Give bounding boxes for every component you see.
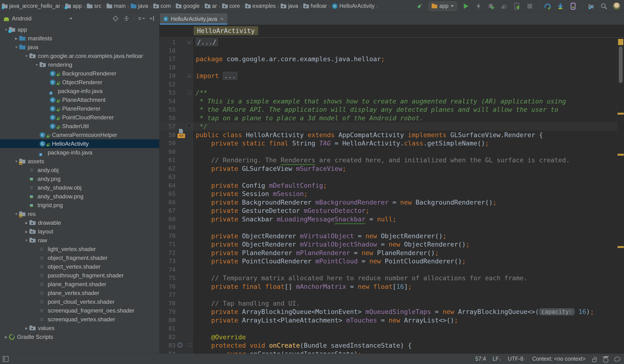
breadcrumb-item-com[interactable]: com [153,3,171,9]
tree-item-com-google-ar-core-examples-java-helloar[interactable]: ▼com.google.ar.core.examples.java.helloa… [0,52,159,60]
line-number[interactable]: 76 [159,283,176,290]
line-number[interactable]: 84 [159,350,176,354]
collapse-all-icon[interactable] [123,15,130,22]
override-method-icon[interactable]: ↑ [178,343,182,347]
fold-marker-icon[interactable] [187,125,191,128]
tree-arrow-icon[interactable]: ▼ [24,238,29,242]
tree-item-andy-obj[interactable]: andy.obj [0,166,159,174]
tree-arrow-icon[interactable]: ▼ [14,45,19,49]
line-number[interactable]: 52 [159,81,176,88]
tree-item-light-vertex-shader[interactable]: light_vertex.shader [0,245,159,253]
apply-changes-icon[interactable] [474,2,483,10]
line-number[interactable]: 18 [159,64,176,71]
tree-item-pointcloudrenderer[interactable]: CPointCloudRenderer [0,113,159,122]
line-number[interactable]: 64 [159,182,176,189]
tree-arrow-icon[interactable]: ▶ [24,221,29,225]
tree-item-andy-shadow-obj[interactable]: andy_shadow.obj [0,183,159,192]
line-number[interactable]: 17 [159,55,176,62]
tree-item-camerapermissionhelper[interactable]: CCameraPermissionHelper [0,130,159,139]
tree-item-plane-fragment-shader[interactable]: plane_fragment.shader [0,280,159,288]
code-editor[interactable]: 1+/.../1617package com.google.ar.core.ex… [159,37,617,354]
line-number[interactable]: 16 [159,47,176,54]
breadcrumb-item-main[interactable]: main [106,3,126,9]
toolwindow-toggle-icon[interactable] [3,356,8,362]
tree-item-screenquad-vertex-shader[interactable]: screenquad_vertex.shader [0,315,159,324]
breadcrumb-item-java[interactable]: java [281,3,298,9]
breadcrumb-item-ar[interactable]: ar [205,3,217,9]
line-number[interactable]: 53 [159,89,176,96]
tree-item-plane-vertex-shader[interactable]: plane_vertex.shader [0,288,159,297]
profiler-icon[interactable] [500,2,508,10]
tree-arrow-icon[interactable]: ▼ [24,54,29,58]
line-number[interactable]: 83 [159,342,176,349]
tree-arrow-icon[interactable]: ▼ [34,63,40,67]
tree-item-point-cloud-vertex-shader[interactable]: point_cloud_vertex.shader [0,297,159,306]
line-number[interactable]: 74 [159,266,176,273]
tree-item-andy-shadow-png[interactable]: andy_shadow.png [0,192,159,201]
line-number[interactable]: 62 [159,165,176,172]
tree-item-backgroundrenderer[interactable]: CBackgroundRenderer [0,69,159,78]
line-number[interactable]: 70 [159,233,176,239]
fold-marker-icon[interactable]: + [187,74,191,78]
close-icon[interactable]: × [220,16,224,22]
debug-button[interactable] [487,2,495,10]
line-number[interactable]: 80 [159,317,176,324]
line-number[interactable]: 72 [159,249,176,256]
user-avatar[interactable] [613,2,621,10]
gear-icon[interactable] [138,15,145,22]
event-log-icon[interactable] [615,357,620,361]
breadcrumb-item-core[interactable]: core [222,3,240,9]
tree-item-values[interactable]: ▶values [0,324,159,333]
breadcrumb-item-helloaractivity[interactable]: CHelloArActivity [332,3,374,9]
tree-item-helloaractivity[interactable]: CHelloArActivity [0,139,159,148]
line-number[interactable]: 75 [159,275,176,282]
line-number[interactable]: 82 [159,334,176,340]
line-number[interactable]: 78 [159,300,176,307]
fold-marker-icon[interactable]: − [187,91,191,95]
line-number[interactable]: 65 [159,190,176,197]
line-number[interactable]: 1 [159,39,176,46]
sdk-manager-icon[interactable] [556,2,564,10]
breadcrumb-item-java_arcore_hello_ar[interactable]: java_arcore_hello_ar [2,3,60,9]
tree-item-drawable[interactable]: ▶drawable [0,218,159,227]
tree-arrow-icon[interactable]: ▶ [14,37,19,40]
chevron-down-icon[interactable] [70,18,72,20]
line-number[interactable]: 59 [159,140,176,147]
tree-item-app[interactable]: ▼app [0,25,159,34]
line-number[interactable]: 71 [159,241,176,248]
device-manager-icon[interactable] [569,2,577,10]
tree-item-rendering[interactable]: ▼rendering [0,60,159,69]
line-number[interactable]: 56 [159,115,176,122]
line-number[interactable]: 66 [159,199,176,206]
warning-tick-marker[interactable] [618,154,624,156]
line-number[interactable]: 19 [159,72,176,79]
line-number[interactable]: 57 [159,123,176,130]
attach-debugger-icon[interactable] [513,2,521,10]
encoding-select[interactable]: UTF-8↕ [508,356,525,362]
tree-item-package-info-java[interactable]: Jpackage-info.java [0,148,159,157]
tree-item-shaderutil[interactable]: CShaderUtil [0,122,159,130]
fold-marker-icon[interactable]: − [187,343,191,347]
avd-manager-icon[interactable] [544,2,552,10]
line-number[interactable]: 79 [159,308,176,315]
breadcrumb-item-src[interactable]: src [87,3,102,9]
project-view-mode[interactable]: Android [12,15,31,22]
tree-arrow-icon[interactable]: ▼ [3,28,9,31]
breadcrumb-item-helloar[interactable]: helloar [303,3,327,9]
line-number[interactable]: 54 [159,98,176,105]
tab-helloaractivity[interactable]: C HelloArActivity.java × [160,13,227,25]
tree-item-assets[interactable]: ▼assets [0,157,159,166]
tree-item-raw[interactable]: ▼raw [0,236,159,245]
tree-item-screenquad-fragment-oes-shader[interactable]: screenquad_fragment_oes.shader [0,306,159,315]
line-ending-select[interactable]: LF↕ [493,356,501,362]
line-number[interactable]: 69 [159,224,176,231]
tree-item-trigrid-png[interactable]: trigrid.png [0,201,159,209]
line-number[interactable]: 81 [159,325,176,332]
tree-item-object-fragment-shader[interactable]: object_fragment.shader [0,253,159,262]
tree-item-gradle-scripts[interactable]: ▶Gradle Scripts [0,333,159,341]
warning-tick-marker[interactable] [618,246,624,248]
tree-item-object-vertex-shader[interactable]: object_vertex.shader [0,262,159,271]
line-number[interactable]: 63 [159,174,176,180]
context-indicator[interactable]: Context: <no context> [532,356,586,362]
line-number[interactable]: 77 [159,291,176,298]
